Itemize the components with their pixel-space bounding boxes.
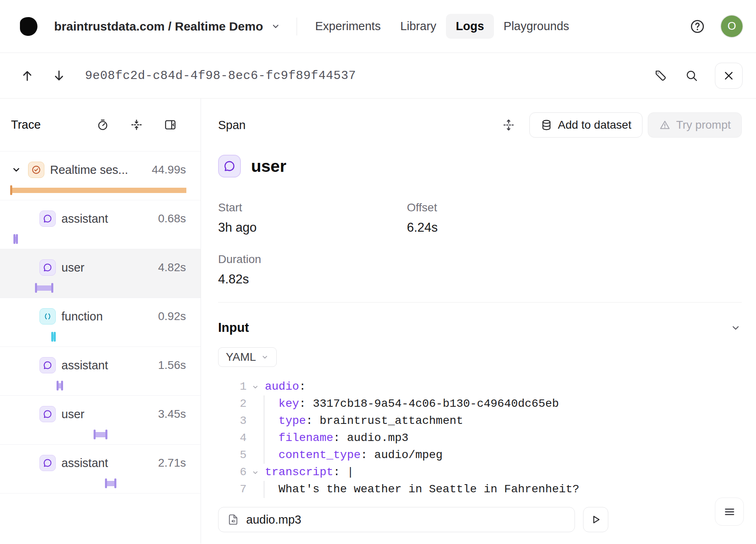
code-line-1: 1audio: — [218, 378, 742, 395]
arrow-down-icon — [52, 68, 66, 83]
timeline-bar — [105, 478, 116, 488]
span-duration: 2.71s — [158, 456, 186, 469]
code-options-button[interactable] — [715, 498, 744, 526]
nav-tab-experiments[interactable]: Experiments — [305, 14, 390, 39]
span-duration: 1.56s — [158, 359, 186, 372]
code-text: key: 3317cb18-9a54-4c06-b130-c49640dc65e… — [264, 395, 559, 412]
nav-tab-logs[interactable]: Logs — [446, 14, 494, 39]
project-breadcrumb[interactable]: braintrustdata.com / Realtime Demo — [54, 20, 281, 33]
help-icon[interactable] — [689, 18, 706, 35]
nav-tabs: ExperimentsLibraryLogsPlaygrounds — [305, 14, 579, 39]
code-text: content_type: audio/mpeg — [264, 447, 443, 464]
format-select-value: YAML — [226, 351, 256, 364]
line-number: 7 — [218, 481, 247, 498]
span-metadata: Start3h agoOffset6.24sDuration4.82s — [218, 201, 742, 287]
database-icon — [540, 119, 553, 131]
fold-toggle[interactable] — [247, 378, 264, 395]
field-label: Offset — [407, 201, 742, 214]
task-span-icon — [28, 162, 44, 178]
span-panel-title: Span — [218, 118, 246, 132]
expand-row-chevron[interactable] — [11, 165, 22, 175]
field-value: 6.24s — [407, 220, 742, 235]
trace-id: 9e08fc2d-c84d-4f98-8ec6-fc9f89f44537 — [85, 69, 356, 83]
trace-sidebar-header: Trace — [0, 99, 201, 151]
function-span-icon — [39, 308, 56, 325]
chat-bubble-icon — [42, 262, 53, 273]
field-start: Start3h ago — [218, 201, 407, 235]
format-select[interactable]: YAML — [218, 347, 277, 367]
tag-button[interactable] — [653, 68, 669, 83]
fold-toggle[interactable] — [247, 464, 264, 481]
trace-row-realtime-ses-[interactable]: Realtime ses...44.99s — [0, 151, 201, 200]
field-offset: Offset6.24s — [407, 201, 742, 235]
hamburger-menu-icon — [723, 505, 736, 519]
avatar[interactable]: O — [721, 15, 743, 37]
search-button[interactable] — [684, 68, 699, 83]
code-text: audio: — [264, 378, 306, 395]
collapse-all-button[interactable] — [129, 118, 143, 132]
span-panel: Span Add to dataset — [201, 99, 756, 544]
line-number: 5 — [218, 447, 247, 464]
panel-left-icon — [164, 118, 177, 132]
trace-row-user[interactable]: user3.45s — [0, 396, 201, 445]
trace-row-assistant[interactable]: assistant2.71s — [0, 445, 201, 494]
code-line-2: 2 key: 3317cb18-9a54-4c06-b130-c49640dc6… — [218, 395, 742, 412]
search-icon — [685, 69, 699, 83]
nav-right: O — [689, 15, 743, 37]
trace-row-user[interactable]: user4.82s — [0, 249, 201, 298]
fold-chevron-icon — [251, 469, 259, 476]
stopwatch-icon — [96, 118, 109, 132]
audio-attachment-chip[interactable]: audio.mp3 — [218, 507, 575, 532]
trace-title: Trace — [11, 118, 41, 132]
chat-span-icon — [39, 259, 56, 276]
line-number: 3 — [218, 412, 247, 430]
yaml-code-block: 1audio:2 key: 3317cb18-9a54-4c06-b130-c4… — [218, 378, 742, 498]
expand-panel-button[interactable] — [502, 118, 516, 132]
parentheses-icon — [42, 311, 53, 322]
play-audio-button[interactable] — [583, 507, 608, 532]
timeline-bar — [94, 430, 107, 439]
trace-row-assistant[interactable]: assistant1.56s — [0, 347, 201, 396]
code-text: type: braintrust_attachment — [264, 412, 463, 430]
next-trace-button[interactable] — [50, 67, 68, 85]
braintrust-logo-icon[interactable] — [15, 14, 41, 39]
fold-toggle — [247, 447, 264, 464]
code-line-6: 6transcript: | — [218, 464, 742, 481]
chat-bubble-icon — [42, 409, 53, 419]
span-label: function — [61, 310, 103, 323]
input-section-title: Input — [218, 320, 249, 335]
audio-file-icon — [227, 513, 240, 526]
previous-trace-button[interactable] — [18, 67, 36, 85]
app-window: braintrustdata.com / Realtime Demo Exper… — [0, 0, 756, 544]
code-text: filename: audio.mp3 — [264, 430, 409, 447]
unfold-vertical-icon — [502, 118, 516, 132]
timeline-bar — [57, 381, 63, 390]
timeline-bar — [35, 283, 53, 293]
chat-span-icon — [39, 211, 56, 227]
span-duration: 4.82s — [158, 261, 186, 274]
add-to-dataset-button[interactable]: Add to dataset — [529, 112, 642, 138]
trace-toolbar: 9e08fc2d-c84d-4f98-8ec6-fc9f89f44537 — [0, 53, 756, 99]
fold-chevron-icon — [251, 383, 259, 391]
code-text: transcript: | — [264, 464, 354, 481]
timeline-bar — [10, 185, 186, 195]
try-prompt-button[interactable]: Try prompt — [648, 112, 742, 138]
code-line-7: 7 What's the weather in Seattle in Fahre… — [218, 481, 742, 498]
arrow-up-icon — [20, 68, 35, 83]
try-prompt-label: Try prompt — [676, 118, 731, 132]
panel-layout-button[interactable] — [163, 118, 177, 132]
collapse-input-chevron-icon[interactable] — [730, 322, 742, 334]
field-label: Start — [218, 201, 407, 214]
span-label: Realtime ses... — [50, 163, 128, 177]
nav-tab-library[interactable]: Library — [391, 14, 446, 39]
fold-toggle — [247, 481, 264, 498]
timing-toggle-button[interactable] — [96, 118, 109, 132]
close-trace-button[interactable] — [715, 63, 743, 89]
nav-divider — [297, 18, 297, 35]
trace-row-function[interactable]: function0.92s — [0, 298, 201, 347]
nav-tab-playgrounds[interactable]: Playgrounds — [494, 14, 579, 39]
span-label: user — [61, 408, 84, 421]
trace-row-assistant[interactable]: assistant0.68s — [0, 200, 201, 249]
add-to-dataset-label: Add to dataset — [558, 118, 631, 132]
span-duration: 3.45s — [158, 408, 186, 421]
